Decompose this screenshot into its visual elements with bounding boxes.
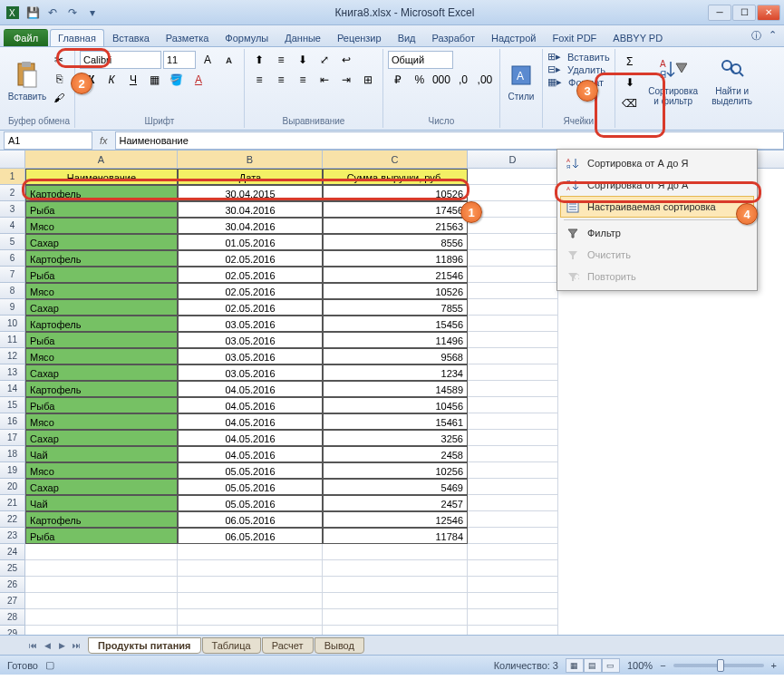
cell-date[interactable]: 04.05.2016 bbox=[178, 430, 323, 446]
merge-icon[interactable]: ⊞ bbox=[358, 71, 378, 89]
cell-sum[interactable]: 11784 bbox=[323, 528, 468, 544]
align-middle-icon[interactable]: ≡ bbox=[271, 51, 291, 69]
cell-empty[interactable] bbox=[25, 626, 178, 635]
cell-empty[interactable] bbox=[468, 381, 558, 397]
cell-date[interactable]: 02.05.2016 bbox=[178, 250, 323, 267]
dropdown-custom-sort[interactable]: Настраиваемая сортировка bbox=[560, 196, 754, 218]
zoom-slider[interactable] bbox=[673, 664, 764, 667]
cell-empty[interactable] bbox=[468, 234, 558, 250]
increase-decimal-icon[interactable]: ,0 bbox=[453, 71, 473, 89]
cell-sum[interactable]: 21546 bbox=[323, 267, 468, 283]
decrease-indent-icon[interactable]: ⇤ bbox=[315, 71, 334, 89]
row-header[interactable]: 4 bbox=[0, 218, 25, 234]
cell-sum[interactable]: 21563 bbox=[323, 218, 468, 234]
cell-empty[interactable] bbox=[178, 593, 323, 609]
cell-empty[interactable] bbox=[468, 185, 558, 201]
cell-sum[interactable]: 5469 bbox=[323, 479, 468, 495]
cell-name[interactable]: Мясо bbox=[25, 462, 178, 479]
dropdown-filter[interactable]: Фильтр bbox=[560, 222, 754, 244]
styles-button[interactable]: A Стили bbox=[505, 51, 537, 111]
cell-empty[interactable] bbox=[25, 577, 178, 593]
cell-sum[interactable]: 11896 bbox=[323, 250, 468, 267]
help-icon[interactable]: ⓘ bbox=[751, 29, 761, 43]
sheet-tab-active[interactable]: Продукты питания bbox=[88, 637, 201, 654]
row-header[interactable]: 20 bbox=[0, 479, 25, 495]
cell-date[interactable]: 01.05.2016 bbox=[178, 234, 323, 250]
cell-name[interactable]: Картофель bbox=[25, 250, 178, 267]
minimize-ribbon-icon[interactable]: ⌃ bbox=[769, 29, 777, 43]
sheet-tab-3[interactable]: Расчет bbox=[262, 637, 314, 654]
row-header[interactable]: 5 bbox=[0, 234, 25, 250]
cell-date[interactable]: 03.05.2016 bbox=[178, 348, 323, 364]
cell-empty[interactable] bbox=[468, 218, 558, 234]
row-header[interactable]: 2 bbox=[0, 185, 25, 201]
cell-date[interactable]: 03.05.2016 bbox=[178, 316, 323, 332]
cell-empty[interactable] bbox=[25, 560, 178, 577]
cell-empty[interactable] bbox=[468, 479, 558, 495]
wrap-text-icon[interactable]: ↩ bbox=[336, 51, 356, 69]
cell-empty[interactable] bbox=[468, 299, 558, 316]
align-top-icon[interactable]: ⬆ bbox=[249, 51, 269, 69]
row-header[interactable]: 15 bbox=[0, 397, 25, 413]
row-header[interactable]: 14 bbox=[0, 381, 25, 397]
cell-sum[interactable]: 1234 bbox=[323, 364, 468, 381]
tab-data[interactable]: Данные bbox=[276, 29, 329, 46]
cell-empty[interactable] bbox=[468, 626, 558, 635]
cell-header[interactable]: Наименование bbox=[25, 169, 178, 185]
close-button[interactable]: ✕ bbox=[757, 5, 780, 21]
orientation-icon[interactable]: ⤢ bbox=[315, 51, 334, 69]
row-header[interactable]: 19 bbox=[0, 462, 25, 479]
col-header-a[interactable]: A bbox=[25, 151, 178, 168]
cell-empty[interactable] bbox=[468, 462, 558, 479]
cell-empty[interactable] bbox=[323, 560, 468, 577]
cell-sum[interactable]: 2458 bbox=[323, 446, 468, 462]
cell-empty[interactable] bbox=[468, 316, 558, 332]
tab-insert[interactable]: Вставка bbox=[104, 29, 158, 46]
cell-date[interactable]: 02.05.2016 bbox=[178, 299, 323, 316]
cut-icon[interactable]: ✂ bbox=[49, 51, 69, 69]
sheet-tab-2[interactable]: Таблица bbox=[202, 637, 261, 654]
cell-name[interactable]: Сахар bbox=[25, 479, 178, 495]
cell-name[interactable]: Рыба bbox=[25, 267, 178, 283]
cell-name[interactable]: Сахар bbox=[25, 299, 178, 316]
cell-empty[interactable] bbox=[323, 577, 468, 593]
row-header[interactable]: 12 bbox=[0, 348, 25, 364]
row-header[interactable]: 16 bbox=[0, 413, 25, 430]
cell-empty[interactable] bbox=[178, 626, 323, 635]
decrease-decimal-icon[interactable]: ,00 bbox=[475, 71, 495, 89]
sheet-nav-first-icon[interactable]: ⏮ bbox=[25, 638, 40, 653]
col-header-c[interactable]: C bbox=[323, 151, 468, 168]
cell-date[interactable]: 30.04.2016 bbox=[178, 201, 323, 218]
cell-sum[interactable]: 2457 bbox=[323, 495, 468, 511]
align-bottom-icon[interactable]: ⬇ bbox=[293, 51, 313, 69]
undo-icon[interactable]: ↶ bbox=[44, 4, 62, 22]
tab-developer[interactable]: Разработ bbox=[424, 29, 483, 46]
row-header[interactable]: 3 bbox=[0, 201, 25, 218]
cell-name[interactable]: Картофель bbox=[25, 316, 178, 332]
cell-empty[interactable] bbox=[178, 577, 323, 593]
font-color-icon[interactable]: A bbox=[189, 71, 208, 89]
cell-header[interactable]: Сумма выручки, руб. bbox=[323, 169, 468, 185]
format-painter-icon[interactable]: 🖌 bbox=[49, 89, 69, 107]
cell-name[interactable]: Чай bbox=[25, 495, 178, 511]
comma-icon[interactable]: 000 bbox=[431, 71, 451, 89]
row-header[interactable]: 23 bbox=[0, 528, 25, 544]
tab-review[interactable]: Рецензир bbox=[329, 29, 390, 46]
row-header[interactable]: 8 bbox=[0, 283, 25, 299]
sort-filter-button[interactable]: АЯ Сортировка и фильтр bbox=[643, 51, 704, 111]
cell-empty[interactable] bbox=[468, 267, 558, 283]
view-layout-icon[interactable]: ▤ bbox=[584, 658, 602, 673]
cell-date[interactable]: 04.05.2016 bbox=[178, 446, 323, 462]
cell-name[interactable]: Мясо bbox=[25, 283, 178, 299]
cell-empty[interactable] bbox=[468, 250, 558, 267]
cell-name[interactable]: Сахар bbox=[25, 364, 178, 381]
tab-home[interactable]: Главная bbox=[50, 29, 104, 46]
sheet-nav-next-icon[interactable]: ▶ bbox=[54, 638, 69, 653]
row-header[interactable]: 25 bbox=[0, 560, 25, 577]
fill-icon[interactable]: ⬇ bbox=[620, 73, 640, 92]
cell-empty[interactable] bbox=[323, 593, 468, 609]
cell-date[interactable]: 05.05.2016 bbox=[178, 495, 323, 511]
maximize-button[interactable]: ☐ bbox=[732, 5, 756, 21]
minimize-button[interactable]: ─ bbox=[708, 5, 731, 21]
paste-button[interactable]: Вставить bbox=[8, 51, 46, 111]
